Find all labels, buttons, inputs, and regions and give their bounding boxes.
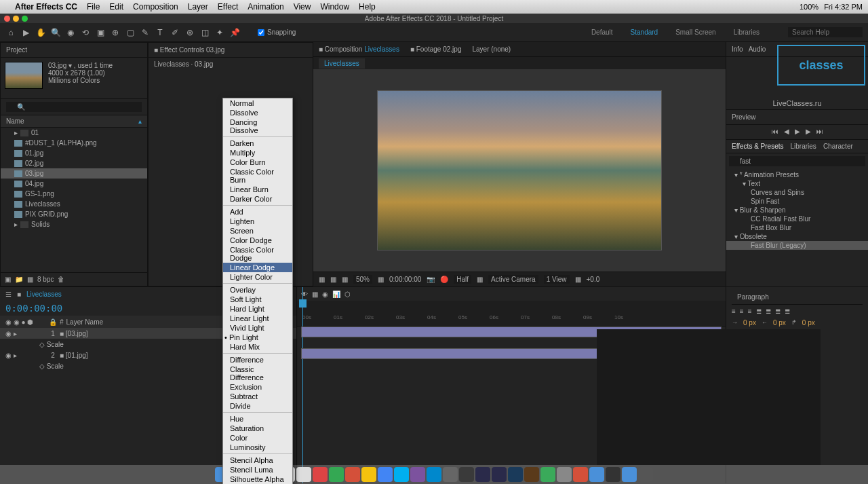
dock-ps[interactable]	[508, 467, 523, 482]
dock-viber[interactable]	[410, 467, 425, 482]
project-item[interactable]: #DUST_1 (ALPHA).png	[1, 138, 147, 148]
brush-tool[interactable]: ✐	[170, 27, 180, 38]
blend-mode-option[interactable]: Exclusion	[223, 382, 292, 392]
blend-mode-option[interactable]: Lighter Color	[223, 272, 292, 282]
blend-mode-option[interactable]: Difference	[223, 355, 292, 365]
workspace-libraries[interactable]: Libraries	[727, 29, 766, 36]
effect-tree-item[interactable]: ▾ Obsolete	[726, 232, 868, 241]
zoom-tool[interactable]: 🔍	[50, 27, 61, 38]
effects-presets-tab[interactable]: Effects & Presets	[732, 143, 784, 150]
project-item[interactable]: GS-1.png	[1, 189, 147, 199]
first-frame-button[interactable]: ⏮	[772, 128, 778, 135]
blend-mode-option[interactable]: Hue	[223, 414, 292, 424]
project-tab[interactable]: Project	[6, 46, 27, 54]
project-item[interactable]: Liveclasses	[1, 199, 147, 209]
workspace-small[interactable]: Small Screen	[669, 29, 722, 36]
comp-crumb[interactable]: Liveclasses	[319, 58, 365, 69]
blend-mode-option[interactable]: Color Dodge	[223, 236, 292, 245]
blend-mode-option[interactable]: Pin Light	[223, 333, 292, 342]
blend-mode-option[interactable]: Dancing Dissolve	[223, 117, 292, 135]
menu-composition[interactable]: Composition	[133, 2, 178, 12]
search-help-input[interactable]	[788, 27, 863, 37]
motion-blur-icon[interactable]: ◉	[322, 291, 328, 298]
effect-tree-item[interactable]: Fast Blur (Legacy)	[726, 241, 868, 250]
dock-app[interactable]	[345, 467, 360, 482]
puppet-tool[interactable]: 📌	[229, 27, 240, 38]
blend-mode-option[interactable]: Hard Light	[223, 304, 292, 314]
blend-mode-option[interactable]: Add	[223, 207, 292, 217]
menu-effect[interactable]: Effect	[218, 2, 238, 12]
pan-behind-tool[interactable]: ⊕	[110, 27, 121, 38]
minimize-window-button[interactable]	[13, 16, 19, 22]
dock-app[interactable]	[573, 467, 588, 482]
align-right-icon[interactable]: ≡	[748, 308, 752, 315]
timeline-tab[interactable]: Liveclasses	[26, 291, 62, 298]
new-comp-icon[interactable]: ▦	[27, 276, 33, 283]
blend-mode-dropdown[interactable]: NormalDissolveDancing DissolveDarkenMult…	[222, 98, 293, 484]
selection-tool[interactable]: ▶	[20, 27, 31, 38]
blend-mode-option[interactable]: Darken	[223, 138, 292, 148]
last-frame-button[interactable]: ⏭	[816, 128, 823, 135]
dock-skype[interactable]	[394, 467, 409, 482]
blend-mode-option[interactable]: Classic Difference	[223, 365, 292, 382]
dock-app[interactable]	[329, 467, 344, 482]
dock-ai[interactable]	[524, 467, 539, 482]
channel-btn[interactable]: 🔴	[440, 276, 448, 283]
layer-tab[interactable]: Layer (none)	[472, 45, 511, 53]
blend-mode-option[interactable]: Stencil Luma	[223, 465, 292, 474]
effect-tree-item[interactable]: Spin Fast	[726, 197, 868, 206]
graph-icon[interactable]: 📊	[332, 291, 340, 298]
preview-tab[interactable]: Preview	[732, 113, 756, 121]
blend-mode-option[interactable]: Classic Color Dodge	[223, 245, 292, 263]
menu-view[interactable]: View	[294, 2, 311, 12]
blend-mode-option[interactable]: Linear Light	[223, 314, 292, 323]
name-column-header[interactable]: Name	[6, 117, 24, 125]
current-timecode[interactable]: 0:00:00:00	[5, 303, 62, 314]
indent-right[interactable]: 0 px	[773, 319, 786, 327]
menu-animation[interactable]: Animation	[248, 2, 283, 12]
dock-app[interactable]	[313, 467, 328, 482]
dock-telegram[interactable]	[427, 467, 441, 482]
draft-icon[interactable]: ⬡	[344, 291, 351, 298]
align-center-icon[interactable]: ≡	[740, 308, 744, 315]
sort-indicator[interactable]: ▴	[138, 117, 142, 125]
prev-frame-button[interactable]: ◀	[784, 128, 789, 135]
channel-icon[interactable]: ▦	[330, 276, 336, 283]
dock-app[interactable]	[557, 467, 572, 482]
blend-mode-option[interactable]: Normal	[223, 98, 292, 108]
effect-tree-item[interactable]: Curves and Spins	[726, 188, 868, 197]
first-line-indent[interactable]: 0 px	[802, 319, 815, 327]
effect-tree-item[interactable]: ▾ * Animation Presets	[726, 170, 868, 179]
delete-icon[interactable]: 🗑	[58, 276, 64, 283]
effect-tree-item[interactable]: ▾ Blur & Sharpen	[726, 206, 868, 215]
blend-mode-option[interactable]: Divide	[223, 401, 292, 411]
blend-mode-option[interactable]: Color Burn	[223, 157, 292, 167]
transparency-icon[interactable]: ▦	[477, 276, 483, 283]
project-item[interactable]: 01.jpg	[1, 148, 147, 158]
bit-depth[interactable]: 8 bpc	[37, 276, 54, 283]
blend-mode-option[interactable]: Screen	[223, 226, 292, 236]
character-tab[interactable]: Character	[823, 143, 853, 150]
dock-app[interactable]	[622, 467, 637, 482]
clone-tool[interactable]: ⊛	[184, 27, 195, 38]
dock-pr[interactable]	[492, 467, 507, 482]
grid-icon[interactable]: ▦	[378, 276, 384, 283]
dock-app[interactable]	[540, 467, 555, 482]
playhead[interactable]	[302, 287, 303, 483]
viewer-timecode[interactable]: 0:00:00:00	[389, 276, 421, 283]
mask-icon[interactable]: ▦	[342, 276, 348, 283]
blend-mode-option[interactable]: Multiply	[223, 148, 292, 157]
guides-icon[interactable]: ▦	[575, 276, 581, 283]
blend-mode-option[interactable]: Silhouette Alpha	[223, 474, 292, 484]
hand-tool[interactable]: ✋	[35, 27, 46, 38]
info-tab[interactable]: Info	[732, 45, 743, 53]
snapshot-icon[interactable]: 📷	[427, 276, 435, 283]
blend-mode-option[interactable]: Darker Color	[223, 194, 292, 204]
indent-left[interactable]: 0 px	[743, 319, 756, 327]
dock-app[interactable]	[589, 467, 604, 482]
project-item[interactable]: 02.jpg	[1, 158, 147, 168]
workspace-standard[interactable]: Standard	[624, 29, 665, 36]
close-window-button[interactable]	[4, 16, 10, 22]
effect-tree-item[interactable]: Fast Box Blur	[726, 223, 868, 232]
next-frame-button[interactable]: ▶	[806, 128, 811, 135]
